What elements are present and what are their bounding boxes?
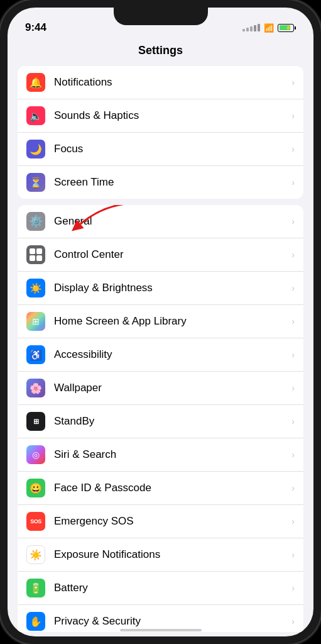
exposure-icon: ☀️: [26, 545, 45, 564]
sidebar-item-accessibility[interactable]: ♿ Accessibility ›: [18, 338, 303, 372]
home-screen-chevron: ›: [291, 316, 295, 326]
sidebar-item-general[interactable]: ⚙️ General ›: [18, 205, 303, 238]
sidebar-item-battery[interactable]: 🔋 Battery ›: [18, 572, 303, 605]
sidebar-item-standby[interactable]: ⊞ StandBy ›: [18, 405, 303, 438]
sidebar-item-exposure[interactable]: ☀️ Exposure Notifications ›: [18, 538, 303, 572]
notch: [114, 8, 208, 25]
status-time: 9:44: [25, 21, 46, 34]
siri-search-chevron: ›: [291, 450, 295, 460]
privacy-chevron: ›: [291, 616, 295, 626]
sidebar-item-sounds-haptics[interactable]: 🔈 Sounds & Haptics ›: [18, 99, 303, 133]
emergency-sos-label: Emergency SOS: [54, 515, 289, 528]
general-icon: ⚙️: [26, 212, 45, 231]
status-icons: 📶 ⚡: [242, 23, 296, 33]
exposure-chevron: ›: [291, 550, 295, 560]
home-screen-icon: ⊞: [26, 312, 45, 331]
emergency-sos-chevron: ›: [291, 516, 295, 526]
privacy-icon: ✋: [26, 612, 45, 631]
sidebar-item-focus[interactable]: 🌙 Focus ›: [18, 133, 303, 166]
sounds-haptics-chevron: ›: [291, 111, 295, 121]
privacy-label: Privacy & Security: [54, 615, 289, 628]
wallpaper-label: Wallpaper: [54, 382, 289, 394]
display-brightness-icon: ☀️: [26, 279, 45, 297]
control-center-icon: [26, 245, 45, 264]
standby-label: StandBy: [54, 415, 289, 428]
general-label: General: [54, 215, 289, 228]
sounds-haptics-icon: 🔈: [26, 106, 45, 125]
focus-chevron: ›: [291, 144, 295, 154]
accessibility-chevron: ›: [291, 350, 295, 360]
faceid-label: Face ID & Passcode: [54, 482, 289, 494]
home-screen-label: Home Screen & App Library: [54, 315, 289, 328]
page-header: Settings: [8, 39, 313, 66]
battery-chevron: ›: [291, 583, 295, 593]
sidebar-item-faceid[interactable]: 😀 Face ID & Passcode ›: [18, 472, 303, 505]
sidebar-item-emergency-sos[interactable]: SOS Emergency SOS ›: [18, 505, 303, 538]
settings-section-1: 🔔 Notifications › 🔈 Sounds & Haptics › 🌙…: [18, 66, 303, 199]
siri-search-label: Siri & Search: [54, 448, 289, 461]
faceid-icon: 😀: [26, 479, 45, 497]
sidebar-item-wallpaper[interactable]: 🌸 Wallpaper ›: [18, 372, 303, 405]
screen-time-icon: ⏳: [26, 173, 45, 192]
sounds-haptics-label: Sounds & Haptics: [54, 109, 289, 122]
settings-section-2: ⚙️ General › Control Center ›: [18, 205, 303, 632]
page-title: Settings: [138, 44, 183, 57]
battery-status-icon: ⚡: [278, 24, 296, 32]
general-chevron: ›: [291, 216, 295, 226]
control-center-label: Control Center: [54, 248, 289, 261]
sidebar-item-privacy[interactable]: ✋ Privacy & Security ›: [18, 605, 303, 632]
wallpaper-chevron: ›: [291, 383, 295, 393]
sidebar-item-display-brightness[interactable]: ☀️ Display & Brightness ›: [18, 272, 303, 305]
notifications-label: Notifications: [54, 76, 289, 89]
wifi-icon: 📶: [264, 23, 274, 33]
sidebar-item-notifications[interactable]: 🔔 Notifications ›: [18, 66, 303, 99]
accessibility-icon: ♿: [26, 345, 45, 364]
signal-icon: [242, 24, 260, 31]
focus-label: Focus: [54, 143, 289, 155]
sidebar-item-siri-search[interactable]: ◎ Siri & Search ›: [18, 438, 303, 472]
accessibility-label: Accessibility: [54, 348, 289, 361]
display-brightness-chevron: ›: [291, 283, 295, 293]
wallpaper-icon: 🌸: [26, 379, 45, 397]
screen-time-chevron: ›: [291, 177, 295, 187]
display-brightness-label: Display & Brightness: [54, 282, 289, 294]
settings-content[interactable]: 🔔 Notifications › 🔈 Sounds & Haptics › 🌙…: [8, 66, 313, 632]
control-center-chevron: ›: [291, 250, 295, 260]
emergency-sos-icon: SOS: [26, 512, 45, 531]
standby-icon: ⊞: [26, 412, 45, 431]
siri-search-icon: ◎: [26, 445, 45, 464]
faceid-chevron: ›: [291, 483, 295, 493]
battery-icon: 🔋: [26, 579, 45, 597]
exposure-label: Exposure Notifications: [54, 548, 289, 561]
standby-chevron: ›: [291, 416, 295, 426]
home-indicator: [120, 629, 202, 631]
notifications-icon: 🔔: [26, 73, 45, 92]
phone-frame: 9:44 📶 ⚡: [0, 0, 321, 644]
battery-label: Battery: [54, 582, 289, 594]
phone-screen: 9:44 📶 ⚡: [8, 8, 313, 636]
sidebar-item-screen-time[interactable]: ⏳ Screen Time ›: [18, 166, 303, 199]
notifications-chevron: ›: [291, 77, 295, 87]
screen-time-label: Screen Time: [54, 176, 289, 189]
focus-icon: 🌙: [26, 140, 45, 158]
sidebar-item-control-center[interactable]: Control Center ›: [18, 238, 303, 272]
sidebar-item-home-screen[interactable]: ⊞ Home Screen & App Library ›: [18, 305, 303, 338]
